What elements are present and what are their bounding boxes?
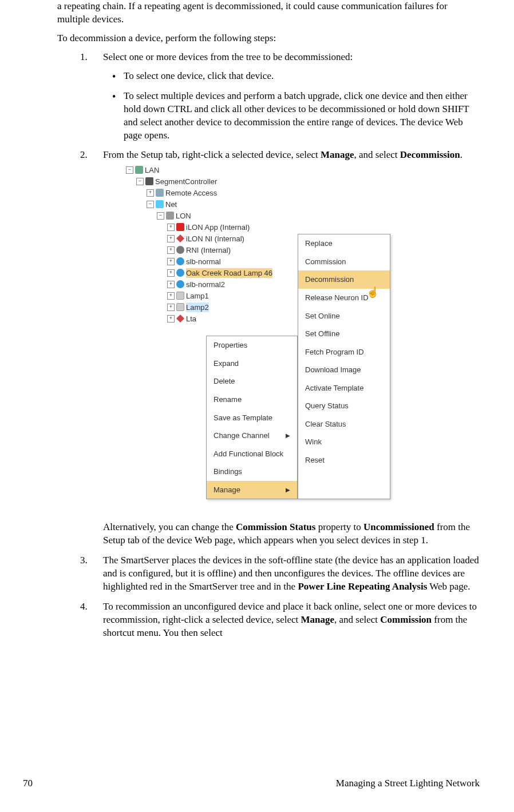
collapse-icon[interactable]: − [126,166,133,174]
footer-title: Managing a Street Lighting Network [336,777,480,790]
paragraph: a repeating chain. If a repeating agent … [57,0,480,26]
tree-node[interactable]: +iLON App (Internal) [126,221,395,233]
expand-icon[interactable]: + [167,315,175,323]
tree-node-remote[interactable]: +Remote Access [126,187,395,198]
menu-item-reset[interactable]: Reset [298,451,390,469]
menu-item-wink[interactable]: Wink [298,433,390,451]
menu-item-set-online[interactable]: Set Online [298,307,390,325]
menu-item-delete[interactable]: Delete [207,372,297,391]
menu-item-commission[interactable]: Commission [298,253,390,271]
expand-icon[interactable]: + [167,292,175,300]
expand-icon[interactable]: + [167,304,175,311]
tree-node-net[interactable]: −Net [126,198,395,210]
controller-icon [145,177,153,185]
expand-icon[interactable]: + [167,281,175,288]
remote-icon [156,189,164,197]
menu-item-properties[interactable]: Properties [207,336,297,355]
tree-node-segment[interactable]: −SegmentController [126,176,395,187]
step-text: The SmartServer places the devices in th… [103,555,479,592]
step-text: From the Setup tab, right-click a select… [103,149,462,160]
alt-paragraph: Alternatively, you can change the Commis… [103,521,480,547]
bullet: To select multiple devices and perform a… [124,90,480,142]
menu-item-clear-status[interactable]: Clear Status [298,415,390,433]
menu-item-decommission[interactable]: Decommission [298,270,390,289]
menu-item-manage[interactable]: Manage▶ [207,481,297,499]
submenu-arrow-icon: ▶ [286,486,290,494]
step-2: 2. From the Setup tab, right-click a sel… [103,149,480,547]
menu-item-query-status[interactable]: Query Status [298,397,390,415]
step-4: 4. To recommission an unconfigured devic… [103,600,480,640]
menu-item-change-channel[interactable]: Change Channel▶ [207,427,297,445]
device-icon [176,315,184,323]
context-menu: Properties Expand Delete Rename Save as … [206,336,298,499]
submenu-arrow-icon: ▶ [286,432,290,440]
menu-item-activate-template[interactable]: Activate Template [298,379,390,397]
expand-icon[interactable]: + [167,235,175,242]
step-number: 3. [80,554,88,567]
menu-item-add-fb[interactable]: Add Functional Block [207,445,297,463]
tree-node-lon[interactable]: −LON [126,210,395,221]
menu-item-save-template[interactable]: Save as Template [207,409,297,427]
tree-node-lan[interactable]: −LAN [126,164,395,176]
step-text: Select one or more devices from the tree… [103,51,353,62]
screenshot: −LAN −SegmentController +Remote Access −… [126,164,395,513]
menu-item-bindings[interactable]: Bindings [207,463,297,481]
expand-icon[interactable]: + [167,269,175,277]
step-number: 2. [80,149,88,162]
menu-item-replace[interactable]: Replace [298,234,390,253]
lamp-icon [176,292,184,300]
menu-item-expand[interactable]: Expand [207,355,297,373]
device-icon [176,257,184,265]
device-icon [176,234,184,242]
collapse-icon[interactable]: − [147,201,154,208]
paragraph: To decommission a device, perform the fo… [57,32,480,45]
menu-item-set-offline[interactable]: Set Offline [298,325,390,343]
step-number: 4. [80,600,88,614]
bullet: To select one device, click that device. [124,70,480,83]
net-icon [156,200,164,208]
device-icon [176,246,184,254]
menu-item-release-neuron[interactable]: Release Neuron ID [298,289,390,307]
expand-icon[interactable]: + [167,224,175,231]
lan-icon [135,166,143,174]
menu-item-download-image[interactable]: Download Image [298,361,390,379]
expand-icon[interactable]: + [167,246,175,254]
expand-icon[interactable]: + [147,189,154,197]
lon-icon [166,212,174,220]
device-icon [176,223,184,231]
step-1: 1. Select one or more devices from the t… [103,51,480,142]
menu-item-fetch-program[interactable]: Fetch Program ID [298,343,390,361]
device-icon [176,269,184,277]
menu-item-rename[interactable]: Rename [207,391,297,409]
device-icon [176,280,184,288]
lamp-icon [176,303,184,311]
page-number: 70 [23,777,33,790]
step-3: 3. The SmartServer places the devices in… [103,554,480,594]
step-text: To recommission an unconfigured device a… [103,601,477,638]
collapse-icon[interactable]: − [136,178,144,185]
manage-submenu: Replace Commission Decommission Release … [298,234,390,499]
expand-icon[interactable]: + [167,258,175,265]
collapse-icon[interactable]: − [157,212,164,220]
step-number: 1. [80,51,88,64]
